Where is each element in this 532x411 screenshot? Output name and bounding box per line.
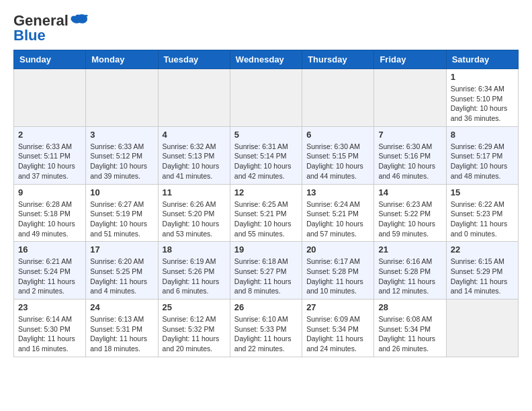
calendar-cell xyxy=(14,69,86,127)
calendar-cell: 14Sunrise: 6:23 AM Sunset: 5:22 PM Dayli… xyxy=(374,184,446,242)
calendar-day-header: Sunday xyxy=(14,50,86,69)
calendar-week-row: 1Sunrise: 6:34 AM Sunset: 5:10 PM Daylig… xyxy=(14,69,519,127)
calendar-cell: 19Sunrise: 6:18 AM Sunset: 5:27 PM Dayli… xyxy=(230,242,302,300)
day-info: Sunrise: 6:22 AM Sunset: 5:23 PM Dayligh… xyxy=(451,199,514,239)
day-number: 20 xyxy=(306,244,369,255)
calendar-cell: 12Sunrise: 6:25 AM Sunset: 5:21 PM Dayli… xyxy=(230,184,302,242)
calendar-week-row: 2Sunrise: 6:33 AM Sunset: 5:11 PM Daylig… xyxy=(14,126,519,184)
day-number: 22 xyxy=(451,244,514,255)
day-number: 12 xyxy=(234,187,298,197)
calendar-cell: 16Sunrise: 6:21 AM Sunset: 5:24 PM Dayli… xyxy=(14,242,86,300)
calendar-day-header: Thursday xyxy=(302,50,374,69)
day-info: Sunrise: 6:33 AM Sunset: 5:11 PM Dayligh… xyxy=(18,142,81,181)
day-number: 25 xyxy=(163,302,226,312)
day-info: Sunrise: 6:26 AM Sunset: 5:20 PM Dayligh… xyxy=(163,199,226,239)
calendar-day-header: Saturday xyxy=(446,50,518,69)
day-info: Sunrise: 6:30 AM Sunset: 5:15 PM Dayligh… xyxy=(306,142,369,181)
calendar-week-row: 9Sunrise: 6:28 AM Sunset: 5:18 PM Daylig… xyxy=(14,184,519,242)
calendar-cell: 23Sunrise: 6:14 AM Sunset: 5:30 PM Dayli… xyxy=(14,300,86,357)
day-info: Sunrise: 6:24 AM Sunset: 5:21 PM Dayligh… xyxy=(306,199,369,239)
day-info: Sunrise: 6:19 AM Sunset: 5:26 PM Dayligh… xyxy=(163,257,226,296)
day-info: Sunrise: 6:18 AM Sunset: 5:27 PM Dayligh… xyxy=(234,257,298,296)
day-info: Sunrise: 6:29 AM Sunset: 5:17 PM Dayligh… xyxy=(451,142,514,181)
calendar-cell: 4Sunrise: 6:32 AM Sunset: 5:13 PM Daylig… xyxy=(158,126,230,184)
day-number: 1 xyxy=(451,72,514,82)
calendar-cell xyxy=(446,300,518,357)
calendar-cell: 22Sunrise: 6:15 AM Sunset: 5:29 PM Dayli… xyxy=(446,242,518,300)
calendar-cell: 28Sunrise: 6:08 AM Sunset: 5:34 PM Dayli… xyxy=(374,300,446,357)
day-info: Sunrise: 6:15 AM Sunset: 5:29 PM Dayligh… xyxy=(451,257,514,296)
day-info: Sunrise: 6:23 AM Sunset: 5:22 PM Dayligh… xyxy=(378,199,441,239)
calendar-cell: 17Sunrise: 6:20 AM Sunset: 5:25 PM Dayli… xyxy=(86,242,158,300)
logo-text: General Blue xyxy=(13,13,69,43)
day-number: 19 xyxy=(234,244,298,255)
calendar-cell: 10Sunrise: 6:27 AM Sunset: 5:19 PM Dayli… xyxy=(86,184,158,242)
day-info: Sunrise: 6:08 AM Sunset: 5:34 PM Dayligh… xyxy=(378,314,441,354)
day-info: Sunrise: 6:12 AM Sunset: 5:32 PM Dayligh… xyxy=(163,314,226,354)
day-info: Sunrise: 6:31 AM Sunset: 5:14 PM Dayligh… xyxy=(234,142,298,181)
day-info: Sunrise: 6:25 AM Sunset: 5:21 PM Dayligh… xyxy=(234,199,298,239)
day-number: 24 xyxy=(90,302,153,312)
calendar-cell xyxy=(374,69,446,127)
logo-blue: Blue xyxy=(13,27,46,44)
day-number: 21 xyxy=(378,244,441,255)
calendar-week-row: 23Sunrise: 6:14 AM Sunset: 5:30 PM Dayli… xyxy=(14,300,519,357)
day-info: Sunrise: 6:20 AM Sunset: 5:25 PM Dayligh… xyxy=(90,257,153,296)
day-info: Sunrise: 6:32 AM Sunset: 5:13 PM Dayligh… xyxy=(163,142,226,181)
logo-bird-icon xyxy=(70,13,89,30)
day-number: 17 xyxy=(90,244,153,255)
day-number: 6 xyxy=(306,130,369,140)
calendar-table: SundayMondayTuesdayWednesdayThursdayFrid… xyxy=(13,50,519,357)
calendar-cell: 7Sunrise: 6:30 AM Sunset: 5:16 PM Daylig… xyxy=(374,126,446,184)
calendar-cell: 11Sunrise: 6:26 AM Sunset: 5:20 PM Dayli… xyxy=(158,184,230,242)
calendar-cell xyxy=(158,69,230,127)
calendar-cell: 13Sunrise: 6:24 AM Sunset: 5:21 PM Dayli… xyxy=(302,184,374,242)
calendar-cell: 21Sunrise: 6:16 AM Sunset: 5:28 PM Dayli… xyxy=(374,242,446,300)
calendar-cell: 1Sunrise: 6:34 AM Sunset: 5:10 PM Daylig… xyxy=(446,69,518,127)
day-number: 18 xyxy=(163,244,226,255)
calendar-cell: 26Sunrise: 6:10 AM Sunset: 5:33 PM Dayli… xyxy=(230,300,302,357)
day-info: Sunrise: 6:28 AM Sunset: 5:18 PM Dayligh… xyxy=(18,199,81,239)
day-info: Sunrise: 6:13 AM Sunset: 5:31 PM Dayligh… xyxy=(90,314,153,354)
day-info: Sunrise: 6:17 AM Sunset: 5:28 PM Dayligh… xyxy=(306,257,369,296)
calendar-week-row: 16Sunrise: 6:21 AM Sunset: 5:24 PM Dayli… xyxy=(14,242,519,300)
day-number: 3 xyxy=(90,130,153,140)
day-info: Sunrise: 6:27 AM Sunset: 5:19 PM Dayligh… xyxy=(90,199,153,239)
calendar-cell: 25Sunrise: 6:12 AM Sunset: 5:32 PM Dayli… xyxy=(158,300,230,357)
logo: General Blue xyxy=(13,13,89,43)
day-number: 26 xyxy=(234,302,298,312)
day-info: Sunrise: 6:34 AM Sunset: 5:10 PM Dayligh… xyxy=(451,84,514,124)
day-number: 10 xyxy=(90,187,153,197)
day-number: 28 xyxy=(378,302,441,312)
day-info: Sunrise: 6:21 AM Sunset: 5:24 PM Dayligh… xyxy=(18,257,81,296)
day-number: 9 xyxy=(18,187,81,197)
day-info: Sunrise: 6:10 AM Sunset: 5:33 PM Dayligh… xyxy=(234,314,298,354)
day-info: Sunrise: 6:33 AM Sunset: 5:12 PM Dayligh… xyxy=(90,142,153,181)
calendar-cell: 6Sunrise: 6:30 AM Sunset: 5:15 PM Daylig… xyxy=(302,126,374,184)
day-number: 11 xyxy=(163,187,226,197)
calendar-day-header: Wednesday xyxy=(230,50,302,69)
calendar-cell: 24Sunrise: 6:13 AM Sunset: 5:31 PM Dayli… xyxy=(86,300,158,357)
calendar-day-header: Tuesday xyxy=(158,50,230,69)
calendar-cell: 5Sunrise: 6:31 AM Sunset: 5:14 PM Daylig… xyxy=(230,126,302,184)
day-number: 5 xyxy=(234,130,298,140)
calendar-cell xyxy=(230,69,302,127)
day-info: Sunrise: 6:09 AM Sunset: 5:34 PM Dayligh… xyxy=(306,314,369,354)
calendar-header-row: SundayMondayTuesdayWednesdayThursdayFrid… xyxy=(14,50,519,69)
calendar-cell xyxy=(86,69,158,127)
calendar-cell: 20Sunrise: 6:17 AM Sunset: 5:28 PM Dayli… xyxy=(302,242,374,300)
day-number: 14 xyxy=(378,187,441,197)
day-number: 8 xyxy=(451,130,514,140)
day-number: 27 xyxy=(306,302,369,312)
day-number: 7 xyxy=(378,130,441,140)
calendar-cell: 8Sunrise: 6:29 AM Sunset: 5:17 PM Daylig… xyxy=(446,126,518,184)
day-number: 4 xyxy=(163,130,226,140)
calendar-cell: 3Sunrise: 6:33 AM Sunset: 5:12 PM Daylig… xyxy=(86,126,158,184)
calendar-cell: 18Sunrise: 6:19 AM Sunset: 5:26 PM Dayli… xyxy=(158,242,230,300)
day-info: Sunrise: 6:14 AM Sunset: 5:30 PM Dayligh… xyxy=(18,314,81,354)
calendar-cell: 15Sunrise: 6:22 AM Sunset: 5:23 PM Dayli… xyxy=(446,184,518,242)
day-number: 23 xyxy=(18,302,81,312)
calendar-cell: 9Sunrise: 6:28 AM Sunset: 5:18 PM Daylig… xyxy=(14,184,86,242)
day-info: Sunrise: 6:30 AM Sunset: 5:16 PM Dayligh… xyxy=(378,142,441,181)
day-number: 16 xyxy=(18,244,81,255)
